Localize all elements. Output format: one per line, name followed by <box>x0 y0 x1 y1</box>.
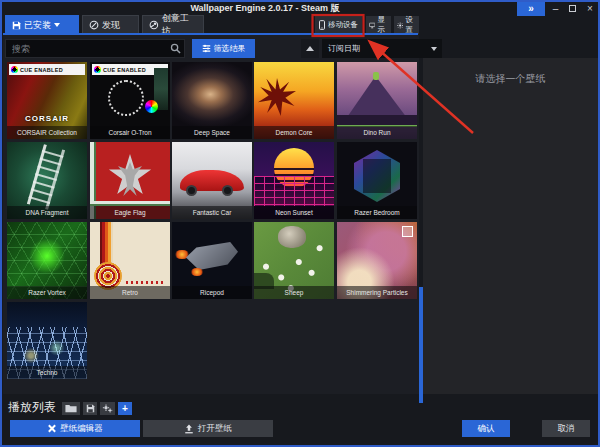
filter-results-button[interactable]: 筛选结果 <box>192 39 255 58</box>
tools-icon <box>47 424 56 433</box>
wallpaper-title: Fantastic Car <box>172 206 252 219</box>
confirm-label: 确认 <box>478 423 495 435</box>
gear-icon <box>397 21 403 30</box>
wallpaper-title: Razer Bedroom <box>337 206 417 219</box>
tab-discover[interactable]: 发现 <box>82 15 139 34</box>
gears-icon <box>102 404 113 413</box>
window-title: Wallpaper Engine 2.0.17 - Steam 版 <box>0 1 530 15</box>
wallpaper-tile[interactable]: Razer Vortex <box>7 222 87 299</box>
wallpaper-tile[interactable]: DNA Fragment <box>7 142 87 219</box>
display-label: 显示 <box>377 15 388 35</box>
wallpaper-tile[interactable]: Demon Core <box>254 62 334 139</box>
chevron-up-icon <box>306 46 314 51</box>
wallpaper-title: Shimmering Particles <box>337 286 417 299</box>
wallpaper-tile[interactable]: CUE ENABLED Corsair O-Tron <box>90 62 170 139</box>
tab-discover-label: 发现 <box>102 19 120 32</box>
wallpaper-tile[interactable]: Techno <box>7 302 87 379</box>
sort-direction-button[interactable] <box>301 39 319 58</box>
icue-logo-icon <box>94 66 101 73</box>
playlist-load-button[interactable] <box>62 402 80 415</box>
playlist-settings-button[interactable] <box>100 402 115 415</box>
wallpaper-title: Ricepod <box>172 286 252 299</box>
wallpaper-tile[interactable]: CUE ENABLED CORSAIR CORSAIR Collection <box>7 62 87 139</box>
search-input[interactable] <box>5 39 185 58</box>
wallpaper-title: Sheep <box>254 286 334 299</box>
maximize-button[interactable] <box>565 2 580 16</box>
sort-order-dropdown[interactable]: 订阅日期 <box>322 39 442 58</box>
chevron-down-icon <box>431 47 437 51</box>
wallpaper-tile[interactable]: Ricepod <box>172 222 252 299</box>
mobile-device-button[interactable]: 移动设备 <box>315 16 362 34</box>
settings-button[interactable]: 设置 <box>394 16 419 34</box>
wallpaper-tile[interactable]: Sheep <box>254 222 334 299</box>
filter-list-icon <box>202 44 211 53</box>
wallpaper-title: Deep Space <box>172 126 252 139</box>
sort-order-value: 订阅日期 <box>328 43 360 54</box>
wallpaper-title: Razer Vortex <box>7 286 87 299</box>
wallpaper-title: Techno <box>7 366 87 379</box>
collapse-button[interactable]: » <box>517 2 545 16</box>
wallpaper-tile[interactable]: Razer Bedroom <box>337 142 417 219</box>
filter-results-label: 筛选结果 <box>214 43 246 54</box>
cancel-label: 取消 <box>558 423 575 435</box>
wallpaper-title: Neon Sunset <box>254 206 334 219</box>
icue-logo-icon <box>11 66 18 73</box>
app-window: Wallpaper Engine 2.0.17 - Steam 版 » – × … <box>0 0 600 447</box>
confirm-button[interactable]: 确认 <box>462 420 510 437</box>
display-button[interactable]: 显示 <box>366 16 391 34</box>
corsair-wordmark: CORSAIR <box>7 114 87 123</box>
wallpaper-title: Retro <box>90 286 170 299</box>
wallpaper-title: Eagle Flag <box>90 206 170 219</box>
wallpaper-tile[interactable]: Eagle Flag <box>90 142 170 219</box>
wallpaper-tile[interactable]: Deep Space <box>172 62 252 139</box>
close-button[interactable]: × <box>583 2 597 16</box>
chevron-down-icon <box>54 23 60 27</box>
phone-icon <box>318 20 326 30</box>
tab-installed[interactable]: 已安装 <box>5 15 79 34</box>
wallpaper-tile[interactable]: Fantastic Car <box>172 142 252 219</box>
wallpaper-title: Corsair O-Tron <box>90 126 170 139</box>
wallpaper-tile[interactable]: Neon Sunset <box>254 142 334 219</box>
open-wallpaper-button[interactable]: 打开壁纸 <box>143 420 273 437</box>
wallpaper-tile[interactable]: Dino Run <box>337 62 417 139</box>
search-icon <box>170 43 181 54</box>
save-icon <box>86 404 95 413</box>
minimize-button[interactable]: – <box>548 2 563 16</box>
playlist-save-button[interactable] <box>83 402 97 415</box>
wallpaper-editor-label: 壁纸编辑器 <box>60 423 103 435</box>
wallpaper-title: DNA Fragment <box>7 206 87 219</box>
wallpaper-editor-button[interactable]: 壁纸编辑器 <box>10 420 140 437</box>
cancel-button[interactable]: 取消 <box>542 420 590 437</box>
steam-icon <box>149 20 159 30</box>
folder-icon <box>65 404 77 413</box>
wallpaper-title: Dino Run <box>337 126 417 139</box>
monitor-icon <box>369 21 375 30</box>
playlist-label: 播放列表 <box>8 399 56 416</box>
compass-icon <box>89 20 99 30</box>
preview-panel: 请选择一个壁纸 <box>423 58 598 394</box>
wallpaper-tile[interactable]: Retro <box>90 222 170 299</box>
playlist-add-button[interactable]: + <box>118 402 132 415</box>
settings-label: 设置 <box>405 15 416 35</box>
tab-installed-label: 已安装 <box>24 19 51 32</box>
upload-icon <box>184 424 194 434</box>
wallpaper-tile[interactable]: Shimmering Particles <box>337 222 417 299</box>
wallpaper-title: CORSAIR Collection <box>7 126 87 139</box>
select-wallpaper-message: 请选择一个壁纸 <box>423 72 598 86</box>
mobile-device-label: 移动设备 <box>328 20 358 30</box>
tab-workshop[interactable]: 创意工坊 <box>142 15 204 34</box>
disk-icon <box>12 21 21 30</box>
open-wallpaper-label: 打开壁纸 <box>198 423 232 435</box>
maximize-icon <box>569 5 576 12</box>
wallpaper-title: Demon Core <box>254 126 334 139</box>
wallpaper-checkbox[interactable] <box>402 226 413 237</box>
